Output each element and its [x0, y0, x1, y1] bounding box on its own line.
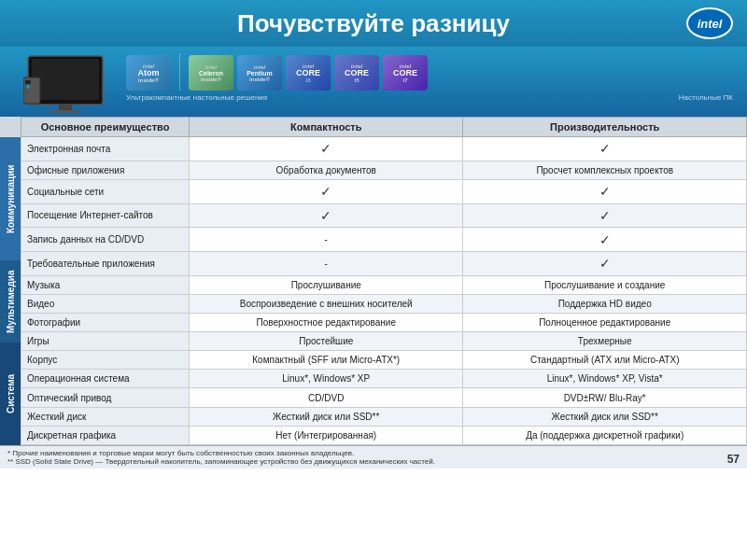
- feature-os: Операционная система: [21, 370, 190, 388]
- svg-rect-2: [59, 105, 72, 110]
- compact-video: Воспроизведение с внешних носителей: [190, 294, 463, 313]
- table-row: Запись данных на CD/DVD - ✓: [21, 228, 747, 252]
- table-header-row: Основное преимущество Компактность Произ…: [21, 118, 747, 137]
- proc-sections: intel Atom inside® intel Celeron inside®…: [121, 51, 738, 103]
- core-i7-chip: intel CORE i7: [383, 55, 428, 91]
- perf-video: Поддержка HD видео: [463, 294, 747, 313]
- perf-email: ✓: [463, 137, 747, 161]
- core-i3-chip-group: intel CORE i3: [286, 55, 331, 91]
- perf-hdd: Жесткий диск или SSD**: [463, 407, 747, 426]
- table-row: Электронная почта ✓ ✓: [21, 137, 747, 161]
- feature-photo: Фотографии: [21, 313, 190, 331]
- table-body: Электронная почта ✓ ✓ Офисные приложения…: [21, 137, 747, 445]
- perf-demanding: ✓: [463, 252, 747, 276]
- pentium-chip-group: intel Pentium inside®: [237, 55, 282, 91]
- compact-demanding: -: [190, 252, 463, 276]
- feature-case: Корпус: [21, 351, 190, 370]
- footer-note2: ** SSD (Solid State Drive) — Твердотельн…: [7, 457, 740, 466]
- perf-social: ✓: [463, 179, 747, 203]
- table-row: Игры Простейшие Трехмерные: [21, 332, 747, 351]
- table-row: Социальные сети ✓ ✓: [21, 179, 747, 203]
- proc-divider: [179, 53, 180, 91]
- feature-cddvd: Запись данных на CD/DVD: [21, 228, 190, 252]
- table-row: Видео Воспроизведение с внешних носителе…: [21, 294, 747, 313]
- celeron-chip-group: intel Celeron inside®: [189, 55, 233, 91]
- celeron-chip: intel Celeron inside®: [189, 55, 233, 91]
- perf-os: Linux*, Windows* XP, Vista*: [463, 370, 747, 388]
- side-label-communications: Коммуникации: [0, 137, 21, 260]
- footer: * Прочие наименования и торговые марки м…: [0, 445, 747, 469]
- perf-gpu: Да (поддержка дискретной графики): [463, 426, 747, 444]
- processor-bar: intel Atom inside® intel Celeron inside®…: [0, 47, 747, 117]
- core-i7-chip-group: intel CORE i7: [383, 55, 428, 91]
- compact-photo: Поверхностное редактирование: [190, 313, 463, 331]
- footer-note1: * Прочие наименования и торговые марки м…: [7, 449, 740, 457]
- feature-demanding: Требовательные приложения: [21, 252, 190, 276]
- feature-optical: Оптический привод: [21, 388, 190, 407]
- svg-rect-1: [32, 59, 99, 100]
- desktop-label: Настольные ПК: [679, 93, 733, 102]
- side-label-multimedia: Мультимедиа: [0, 260, 21, 343]
- col-header-performance: Производительность: [463, 118, 747, 137]
- perf-case: Стандартный (ATX или Micro-ATX): [463, 351, 747, 370]
- ultracompact-label: Ультракомпактные настольные решения: [126, 93, 267, 102]
- compact-games: Простейшие: [190, 332, 463, 351]
- pc-image: [9, 51, 121, 117]
- svg-rect-3: [49, 110, 81, 113]
- intel-logo: intel: [686, 7, 733, 39]
- header-title: Почувствуйте разницу: [237, 9, 510, 38]
- col-header-compact: Компактность: [190, 118, 463, 137]
- pentium-chip: intel Pentium inside®: [237, 55, 282, 91]
- compact-case: Компактный (SFF или Micro-ATX*): [190, 351, 463, 370]
- col-header-feature: Основное преимущество: [21, 118, 190, 137]
- compact-os: Linux*, Windows* XP: [190, 370, 463, 388]
- atom-chip: intel Atom inside®: [126, 55, 171, 91]
- side-label-container: Коммуникации Мультимедиа Система: [0, 117, 21, 445]
- table-row: Музыка Прослушивание Прослушивание и соз…: [21, 275, 747, 294]
- feature-gpu: Дискретная графика: [21, 426, 190, 444]
- feature-hdd: Жесткий диск: [21, 407, 190, 426]
- svg-point-6: [27, 85, 30, 88]
- perf-photo: Полноценное редактирование: [463, 313, 747, 331]
- compact-optical: CD/DVD: [190, 388, 463, 407]
- table-row: Дискретная графика Нет (Интегрированная)…: [21, 426, 747, 444]
- compact-internet: ✓: [190, 203, 463, 228]
- feature-games: Игры: [21, 332, 190, 351]
- compact-music: Прослушивание: [190, 275, 463, 294]
- feature-music: Музыка: [21, 275, 190, 294]
- feature-email: Электронная почта: [21, 137, 190, 161]
- table-row: Посещение Интернет-сайтов ✓ ✓: [21, 203, 747, 228]
- table-area: Коммуникации Мультимедиа Система Основно…: [0, 117, 747, 445]
- compact-cddvd: -: [190, 228, 463, 252]
- header: Почувствуйте разницу intel: [0, 0, 747, 47]
- table-row: Оптический привод CD/DVD DVD±RW/ Blu-Ray…: [21, 388, 747, 407]
- compact-office: Обработка документов: [190, 161, 463, 179]
- perf-music: Прослушивание и создание: [463, 275, 747, 294]
- feature-video: Видео: [21, 294, 190, 313]
- core-i5-chip: intel CORE i5: [334, 55, 379, 91]
- table-row: Жесткий диск Жесткий диск или SSD** Жест…: [21, 407, 747, 426]
- core-i3-chip: intel CORE i3: [286, 55, 331, 91]
- atom-chip-group: intel Atom inside®: [126, 55, 171, 91]
- table-row: Корпус Компактный (SFF или Micro-ATX*) С…: [21, 351, 747, 370]
- monitor-svg: [23, 54, 107, 115]
- compact-social: ✓: [190, 179, 463, 203]
- compact-email: ✓: [190, 137, 463, 161]
- perf-internet: ✓: [463, 203, 747, 228]
- compact-gpu: Нет (Интегрированная): [190, 426, 463, 444]
- table-row: Офисные приложения Обработка документов …: [21, 161, 747, 179]
- perf-cddvd: ✓: [463, 228, 747, 252]
- feature-social: Социальные сети: [21, 179, 190, 203]
- comparison-table: Основное преимущество Компактность Произ…: [21, 117, 747, 445]
- page-number: 57: [727, 453, 740, 466]
- perf-office: Просчет комплексных проектов: [463, 161, 747, 179]
- perf-optical: DVD±RW/ Blu-Ray*: [463, 388, 747, 407]
- table-row: Операционная система Linux*, Windows* XP…: [21, 370, 747, 388]
- table-row: Фотографии Поверхностное редактирование …: [21, 313, 747, 331]
- compact-hdd: Жесткий диск или SSD**: [190, 407, 463, 426]
- svg-rect-5: [25, 80, 31, 84]
- perf-games: Трехмерные: [463, 332, 747, 351]
- core-i5-chip-group: intel CORE i5: [334, 55, 379, 91]
- feature-office: Офисные приложения: [21, 161, 190, 179]
- side-label-system: Система: [0, 343, 21, 445]
